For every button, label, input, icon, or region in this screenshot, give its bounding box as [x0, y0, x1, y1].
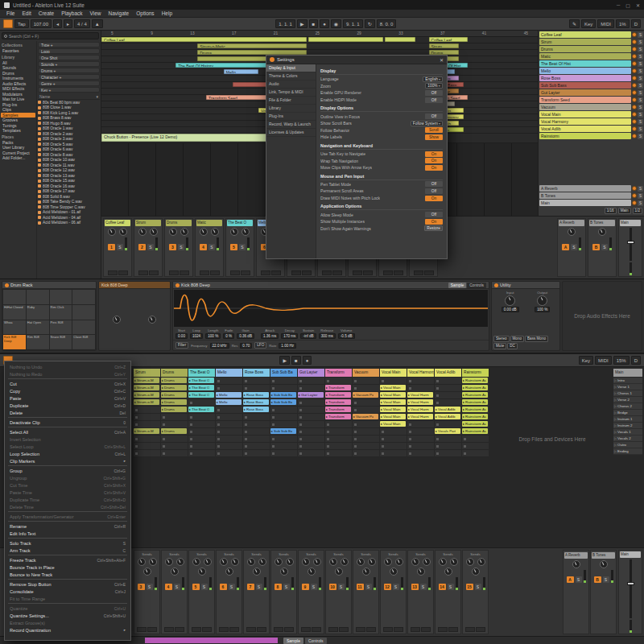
send-b-knob[interactable]: [231, 558, 239, 566]
send-a-knob[interactable]: [220, 558, 228, 566]
midi-map-toggle[interactable]: MIDI: [595, 356, 612, 365]
menu-item[interactable]: Paste Ctrl+V ▸: [5, 394, 130, 402]
send-a-knob[interactable]: [357, 558, 365, 566]
filter-chip[interactable]: One Shot: [38, 55, 100, 60]
clip-slot[interactable]: ▸: [216, 378, 242, 385]
solo-button[interactable]: S: [311, 584, 317, 590]
menu-item[interactable]: Clip Markers ▸: [5, 457, 130, 464]
return-track-header[interactable]: Main S: [539, 200, 643, 206]
clip-slot[interactable]: ▸: [270, 436, 297, 443]
pan-knob[interactable]: [417, 568, 425, 576]
chain-pan-knob[interactable]: [113, 316, 121, 324]
envelope-param-value[interactable]: 300 ms: [319, 333, 336, 339]
solo-button[interactable]: S: [571, 244, 577, 250]
track-activator[interactable]: 3: [169, 244, 176, 250]
scene-launch-icon[interactable]: ▷: [614, 443, 617, 447]
clip-slot[interactable]: ▸: [161, 421, 188, 428]
send-a-knob[interactable]: [329, 558, 337, 566]
arrangement-clip[interactable]: [308, 37, 382, 42]
bass-mono-toggle[interactable]: Bass Mono: [525, 336, 548, 342]
track-activator[interactable]: 10: [329, 584, 336, 590]
sample-param-value[interactable]: 0 %: [223, 333, 234, 339]
session-track-header[interactable]: The Beat O: [188, 369, 215, 377]
clip-slot[interactable]: ▸: [161, 414, 188, 421]
clip-slot[interactable]: ▸ Vocal Harm: [407, 399, 434, 407]
arrangement-clip[interactable]: Strum-o-Matic: [197, 43, 307, 48]
solo-button[interactable]: S: [638, 90, 643, 96]
loop-toggle[interactable]: ↻: [365, 19, 375, 28]
clip-slot[interactable]: ▸: [243, 443, 270, 450]
clip-slot[interactable]: ▸: [353, 407, 379, 414]
clip-slot[interactable]: ▸ Rainstorm Au: [462, 378, 489, 385]
menu-item[interactable]: View: [87, 10, 105, 16]
solo-button[interactable]: S: [638, 61, 643, 67]
scene[interactable]: ▷ Outro: [613, 442, 642, 448]
track-header[interactable]: The Beat Of Hist S: [539, 60, 643, 67]
clip-slot[interactable]: ▸: [435, 436, 461, 443]
menu-item[interactable]: Rename Ctrl+R ▸: [5, 522, 130, 530]
clip-slot[interactable]: ▸: [188, 414, 215, 421]
clip-slot[interactable]: ▸: [134, 436, 160, 443]
loop-start-field[interactable]: 9. 1. 1: [343, 19, 363, 28]
loop-length-field[interactable]: 8. 0. 0: [377, 19, 397, 28]
gain-knob[interactable]: [505, 295, 515, 306]
send-b-knob[interactable]: [180, 228, 188, 236]
overdub-button[interactable]: ◉: [331, 19, 341, 28]
solo-button[interactable]: S: [256, 584, 262, 590]
scene[interactable]: ▷ Vocals 1: [613, 429, 642, 436]
filter-res-value[interactable]: 0.70: [240, 343, 252, 349]
clip-slot[interactable]: ▸ Sub Sub Ba: [270, 399, 297, 407]
scene[interactable]: ▷ Chorus 1: [613, 390, 642, 397]
clip-slot[interactable]: ▸: [270, 378, 297, 385]
clip-slot[interactable]: ▸ Transform: [325, 385, 352, 392]
clip-slot[interactable]: ▸: [353, 428, 379, 436]
solo-button[interactable]: S: [638, 126, 643, 132]
solo-button[interactable]: S: [638, 112, 643, 118]
scene-launch-icon[interactable]: ▷: [614, 385, 617, 389]
clip-slot[interactable]: ▸ Transform: [325, 392, 352, 399]
menu-item[interactable]: Cut Ctrl+X ▸: [5, 380, 130, 387]
clip-slot[interactable]: ▸: [270, 385, 297, 392]
menu-item[interactable]: Record Quantization ▸: [5, 626, 130, 634]
clip-slot[interactable]: ▸: [325, 436, 352, 443]
clip-slot[interactable]: ▸: [462, 443, 489, 450]
clip-slot[interactable]: ▸: [353, 399, 379, 407]
clip-slot[interactable]: ▸: [188, 443, 215, 450]
arrangement-position-field[interactable]: 1. 1. 1: [275, 19, 295, 28]
session-track-header[interactable]: Strum: [134, 369, 160, 377]
send-b-knob[interactable]: [150, 228, 158, 236]
clip-slot[interactable]: ▸ Vocals Part: [435, 428, 461, 436]
session-track-header[interactable]: Vocal Adlib: [435, 369, 461, 377]
arrangement-track-lane[interactable]: Coffee Leaf Coffee Leaf: [101, 37, 538, 43]
lfo-toggle[interactable]: LFO: [254, 342, 266, 349]
sidebar-item-place[interactable]: Add Folder...: [1, 155, 35, 161]
clip-slot[interactable]: ▸: [243, 385, 270, 392]
mixer-track-name[interactable]: Coffee Leaf: [105, 220, 130, 226]
pan-knob[interactable]: [171, 568, 179, 576]
drum-pad[interactable]: [3, 290, 26, 304]
menu-item[interactable]: Arm Track C ▸: [5, 547, 130, 554]
audio-effects-drop-zone[interactable]: Drop Audio Effects Here: [562, 281, 642, 351]
return-track-header[interactable]: B Tones S: [539, 192, 643, 199]
solo-button[interactable]: S: [638, 68, 643, 74]
send-knob[interactable]: [568, 228, 576, 236]
clip-slot[interactable]: ▸: [298, 421, 324, 428]
track-header[interactable]: Transform Seed S: [539, 97, 643, 103]
settings-tab[interactable]: Record, Warp & Launch: [266, 121, 316, 129]
clip-slot[interactable]: ▸: [353, 443, 379, 450]
clip-slot[interactable]: ▸: [134, 443, 160, 450]
clip-slot[interactable]: ▸: [270, 414, 297, 421]
solo-button[interactable]: S: [147, 584, 153, 590]
minimize-icon[interactable]: ─: [617, 2, 620, 8]
clip-slot[interactable]: ▸: [435, 392, 461, 399]
name-column-header[interactable]: Name ▾: [38, 94, 100, 100]
track-header[interactable]: Matic S: [539, 53, 643, 60]
clip-slot[interactable]: ▸: [243, 378, 270, 385]
session-track-header[interactable]: Sub Sub Ba: [270, 369, 297, 377]
clip-slot[interactable]: ▸ Vocal Main: [380, 399, 407, 407]
clip-slot[interactable]: ▸: [298, 414, 324, 421]
main-volume-fader[interactable]: [630, 228, 632, 261]
sidebar-item[interactable]: Sounds: [1, 65, 35, 71]
track-activator[interactable]: [632, 126, 637, 131]
clip-slot[interactable]: ▸: [325, 421, 352, 428]
